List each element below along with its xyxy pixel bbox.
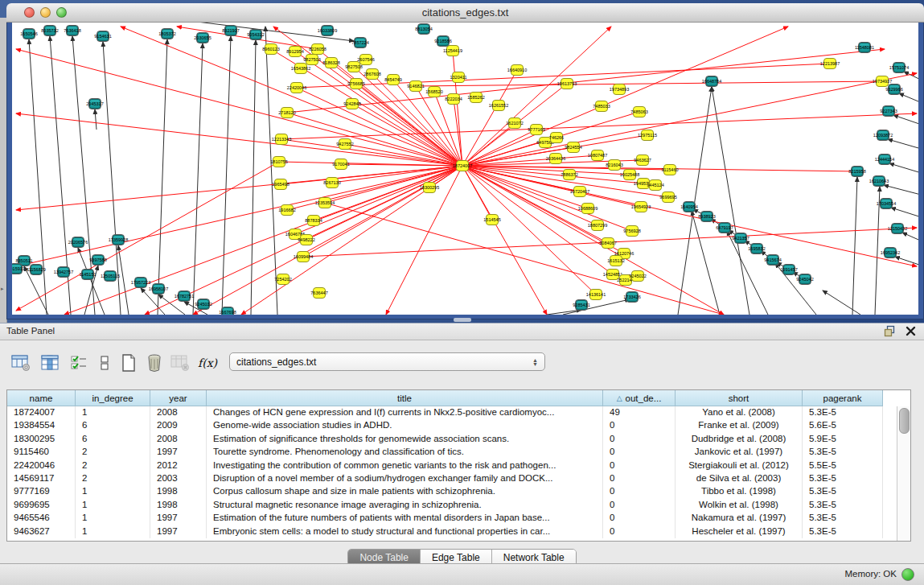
table-cell[interactable]: Dudbridge et al. (2008): [676, 433, 803, 446]
graph-node-7636447[interactable]: 7636447: [313, 287, 326, 299]
graph-node-9827503[interactable]: 9827503: [306, 54, 318, 65]
table-cell[interactable]: 2: [76, 446, 150, 459]
table-cell[interactable]: 14569117: [7, 472, 76, 485]
graph-node-3915911[interactable]: 3915911: [12, 263, 23, 274]
table-cell[interactable]: 1997: [150, 512, 207, 525]
column-header-year[interactable]: year: [150, 390, 207, 406]
graph-node-19734937[interactable]: 19734937: [876, 76, 889, 87]
graph-node-22420046[interactable]: 22420046: [290, 82, 303, 93]
table-cell[interactable]: 5.3E-5: [803, 525, 883, 538]
delete-column-icon[interactable]: [143, 352, 166, 374]
graph-node-7636418[interactable]: 7636418: [66, 25, 79, 36]
table-cell[interactable]: 5.9E-5: [803, 433, 883, 446]
panel-splitter-handle[interactable]: [454, 318, 471, 322]
graph-node-9756685[interactable]: 9756685: [350, 78, 363, 89]
network-canvas[interactable]: 8960123891295482260589827503165438628186…: [12, 23, 918, 315]
graph-node-19734893[interactable]: 19734893: [613, 84, 626, 95]
table-cell[interactable]: 2008: [150, 406, 207, 419]
table-cell[interactable]: 0: [603, 512, 676, 525]
graph-node-8267130[interactable]: 8267130: [326, 177, 339, 188]
table-cell[interactable]: 6: [76, 433, 150, 446]
graph-node-2522144[interactable]: 2522144: [619, 274, 632, 286]
delete-table-icon[interactable]: [169, 352, 191, 374]
graph-node-9498222[interactable]: 9498222: [300, 234, 313, 245]
table-cell[interactable]: 18724007: [7, 406, 76, 419]
table-cell[interactable]: 9699695: [7, 499, 76, 512]
graph-node-16782751[interactable]: 16782751: [178, 290, 191, 302]
graph-node-13942757[interactable]: 13942757: [57, 266, 70, 278]
table-cell[interactable]: 5.6E-5: [803, 419, 883, 432]
table-row[interactable]: 1872400712008Changes of HCN gene express…: [7, 406, 897, 419]
graph-node-7485033[interactable]: 7485033: [595, 101, 608, 112]
graph-node-1805372[interactable]: 1805372: [161, 28, 174, 39]
graph-node-1733426[interactable]: 1733426: [626, 291, 639, 303]
table-cell[interactable]: 1: [76, 499, 150, 512]
graph-node-8222034[interactable]: 8222034: [447, 93, 460, 105]
table-cell[interactable]: Stergiakouli et al. (2012): [676, 459, 803, 472]
show-columns-icon[interactable]: [39, 352, 61, 374]
table-cell[interactable]: 0: [603, 433, 676, 446]
table-cell[interactable]: Tibbo et al. (1998): [676, 485, 803, 498]
graph-node-9154631[interactable]: 9154631: [97, 31, 109, 42]
table-cell[interactable]: 1: [76, 525, 150, 538]
table-cell[interactable]: 2: [76, 459, 150, 472]
graph-node-12975115[interactable]: 12975115: [641, 130, 654, 141]
column-header-name[interactable]: name: [7, 390, 76, 406]
graph-node-9227343[interactable]: 9227343: [882, 105, 895, 117]
graph-node-8035732[interactable]: 8035732: [43, 25, 56, 36]
graph-node-8878334[interactable]: 8878334: [307, 215, 320, 226]
graph-node-8454749[interactable]: 8454749: [387, 74, 400, 85]
graph-node-11156829[interactable]: 11156829: [30, 264, 43, 275]
graph-node-1810755[interactable]: 1810755: [273, 156, 285, 167]
table-cell[interactable]: 0: [603, 525, 676, 538]
graph-node-9170041[interactable]: 9170041: [335, 159, 347, 170]
graph-node-16958107[interactable]: 16958107: [152, 283, 165, 295]
graph-node-9756928[interactable]: 9756928: [626, 225, 639, 237]
graph-node-1650546[interactable]: 1650546: [23, 28, 35, 39]
graph-node-1621072[interactable]: 1621072: [508, 117, 521, 129]
table-row[interactable]: 946362711997Embryonic stem cells: a mode…: [7, 525, 897, 538]
table-cell[interactable]: 0: [603, 446, 676, 459]
graph-node-16952342[interactable]: 16952342: [884, 247, 897, 258]
table-cell[interactable]: 5.3E-5: [803, 472, 883, 485]
graph-node-9054312[interactable]: 9054312: [249, 29, 262, 40]
table-selector-dropdown[interactable]: citations_edges.txt ▲▼: [229, 352, 545, 371]
table-cell[interactable]: 0: [603, 419, 676, 432]
table-cell[interactable]: 5.5E-5: [803, 459, 883, 472]
table-cell[interactable]: 0: [603, 499, 676, 512]
graph-node-8216043[interactable]: 8216043: [608, 159, 621, 171]
graph-node-17957223[interactable]: 17957223: [134, 277, 147, 288]
graph-node-16648784[interactable]: 16648784: [705, 76, 718, 87]
graph-node-1916682[interactable]: 1916682: [281, 204, 294, 216]
graph-node-7485063[interactable]: 7485063: [633, 106, 646, 117]
table-cell[interactable]: Jankovic et al. (1997): [676, 446, 803, 459]
table-cell[interactable]: 1998: [150, 499, 207, 512]
scrollbar-thumb[interactable]: [899, 408, 910, 434]
graph-node-11254419[interactable]: 11254419: [446, 45, 459, 56]
table-cell[interactable]: 9777169: [7, 485, 76, 498]
graph-node-14524851[interactable]: 14524851: [606, 269, 619, 280]
graph-node-8938923[interactable]: 8938923: [700, 211, 713, 222]
graph-node-7857224[interactable]: 7857224: [354, 37, 367, 48]
table-cell[interactable]: 2009: [150, 419, 207, 432]
table-row[interactable]: 946554611997Estimation of the future num…: [7, 512, 897, 525]
table-cell[interactable]: 1997: [150, 446, 207, 459]
graph-node-1640954[interactable]: 1640954: [683, 201, 696, 212]
graph-node-18724007[interactable]: 18724007: [456, 160, 469, 171]
graph-node-16099484[interactable]: 16099484: [297, 251, 310, 262]
graph-node-9245022[interactable]: 9245022: [631, 270, 644, 282]
table-cell[interactable]: Investigating the contribution of common…: [207, 459, 603, 472]
graph-node-8912954[interactable]: 8912954: [289, 46, 302, 57]
table-cell[interactable]: 22420046: [7, 459, 76, 472]
graph-node-6479197[interactable]: 6479197: [718, 222, 731, 233]
table-row[interactable]: 2242004622012Investigating the contribut…: [7, 459, 897, 472]
graph-node-2045317[interactable]: 2045317: [88, 98, 101, 109]
graph-node-2030655[interactable]: 2030655: [196, 32, 209, 43]
close-panel-icon[interactable]: [906, 326, 916, 336]
table-cell[interactable]: 2008: [150, 433, 207, 446]
graph-node-16640910[interactable]: 16640910: [511, 64, 524, 76]
graph-node-1320411[interactable]: 1320411: [452, 72, 465, 83]
table-cell[interactable]: 1: [76, 406, 150, 419]
graph-node-9146821[interactable]: 9146821: [409, 80, 422, 92]
graph-node-19495756[interactable]: 19495756: [637, 178, 650, 189]
